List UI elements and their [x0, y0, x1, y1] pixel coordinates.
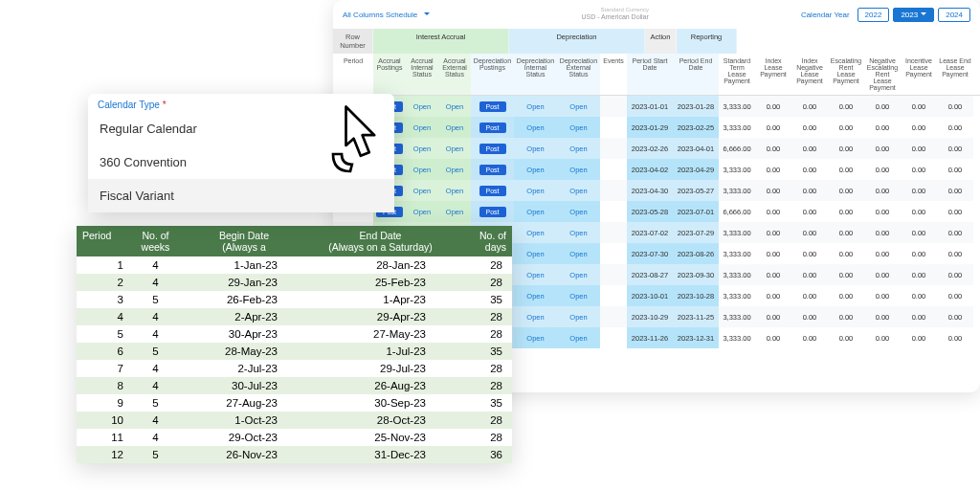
depr-internal-cell[interactable]: Open: [514, 243, 557, 264]
value-cell: 0.00: [791, 285, 828, 306]
depr-post-cell[interactable]: Post: [471, 138, 514, 159]
accrual-internal-cell[interactable]: Open: [406, 180, 438, 201]
depr-external-cell[interactable]: Open: [557, 117, 600, 138]
weeks: 4: [129, 377, 182, 394]
col-depr-external[interactable]: Depreciation External Status: [557, 54, 600, 95]
accrual-external-cell[interactable]: Open: [438, 180, 471, 201]
depr-internal-cell[interactable]: Open: [514, 159, 557, 180]
calendar-option-regular[interactable]: Regular Calendar: [88, 112, 394, 145]
period-row: 5430-Apr-2327-May-2328: [77, 325, 512, 343]
col-lease-end[interactable]: Lease End Lease Payment: [937, 54, 973, 95]
col-depr-internal[interactable]: Depreciation Internal Status: [514, 54, 557, 95]
depr-external-cell[interactable]: Open: [557, 285, 600, 306]
year-2022[interactable]: 2022: [858, 8, 890, 22]
depr-external-cell[interactable]: Open: [557, 201, 600, 222]
value-cell: 0.00: [901, 159, 937, 180]
accrual-external-cell[interactable]: Open: [438, 201, 471, 222]
end-date: 28-Jan-23: [306, 256, 455, 274]
accrual-external-cell[interactable]: Open: [438, 117, 471, 138]
events-cell: [600, 117, 627, 138]
year-2024[interactable]: 2024: [938, 8, 970, 22]
depr-post-cell[interactable]: Post: [471, 96, 514, 117]
depr-external-cell[interactable]: Open: [557, 327, 600, 348]
depr-internal-cell[interactable]: Open: [514, 327, 557, 348]
accrual-internal-cell[interactable]: Open: [406, 138, 438, 159]
depr-internal-cell[interactable]: Open: [514, 138, 557, 159]
period-num: 10: [77, 412, 129, 429]
depr-internal-cell[interactable]: Open: [514, 180, 557, 201]
events-cell: [600, 96, 627, 117]
accrual-external-cell[interactable]: Open: [438, 96, 471, 117]
col-accrual-external[interactable]: Accrual External Status: [438, 54, 471, 95]
weeks: 5: [129, 446, 182, 463]
days: 35: [455, 343, 512, 360]
accrual-internal-cell[interactable]: Open: [406, 96, 438, 117]
value-cell: 0.00: [937, 117, 973, 138]
depr-external-cell[interactable]: Open: [557, 306, 600, 327]
depr-post-cell[interactable]: Post: [471, 117, 514, 138]
value-cell: 3,333.00: [719, 159, 755, 180]
end-date: 26-Aug-23: [306, 377, 455, 394]
calendar-option-fiscal[interactable]: Fiscal Variant: [88, 179, 394, 212]
value-cell: 0.00: [864, 117, 901, 138]
group-action: Action: [645, 29, 677, 54]
depr-external-cell[interactable]: Open: [557, 96, 600, 117]
col-period-start[interactable]: Period Start Date: [627, 54, 673, 95]
calendar-option-360[interactable]: 360 Convention: [88, 145, 394, 179]
schedule-dropdown[interactable]: All Columns Schedule: [343, 11, 430, 19]
col-escalating[interactable]: Escalating Rent Lease Payment: [828, 54, 864, 95]
depr-post-cell[interactable]: Post: [471, 201, 514, 222]
value-cell: 0.00: [937, 159, 973, 180]
end-date: 29-Apr-23: [306, 308, 455, 325]
value-cell: 0.00: [901, 222, 937, 243]
depr-external-cell[interactable]: Open: [557, 159, 600, 180]
col-period-end[interactable]: Period End Date: [673, 54, 719, 95]
depr-external-cell[interactable]: Open: [557, 180, 600, 201]
accrual-internal-cell[interactable]: Open: [406, 117, 438, 138]
col-accrual-postings[interactable]: Accrual Postings: [373, 54, 406, 95]
weeks: 4: [129, 274, 182, 291]
col-accrual-internal[interactable]: Accrual Internal Status: [406, 54, 438, 95]
accrual-internal-cell[interactable]: Open: [406, 201, 438, 222]
depr-external-cell[interactable]: Open: [557, 222, 600, 243]
accrual-internal-cell[interactable]: Open: [406, 159, 438, 180]
period-row: 2429-Jan-2325-Feb-2328: [77, 274, 512, 291]
depr-internal-cell[interactable]: Open: [514, 306, 557, 327]
events-cell: [600, 180, 627, 201]
period-start-cell: 2023-08-27: [627, 264, 673, 285]
period-row: 141-Jan-2328-Jan-2328: [77, 256, 512, 274]
depr-external-cell[interactable]: Open: [557, 243, 600, 264]
col-depr-postings[interactable]: Depreciation Postings: [471, 54, 514, 95]
weeks: 4: [129, 429, 182, 446]
accrual-external-cell[interactable]: Open: [438, 138, 471, 159]
depr-internal-cell[interactable]: Open: [514, 222, 557, 243]
col-std-term[interactable]: Standard Term Lease Payment: [719, 54, 755, 95]
value-cell: 0.00: [901, 96, 937, 117]
period-num: 11: [77, 429, 129, 446]
col-index[interactable]: Index Lease Payment: [755, 54, 791, 95]
col-incentive[interactable]: Incentive Lease Payment: [901, 54, 937, 95]
depr-external-cell[interactable]: Open: [557, 264, 600, 285]
depr-internal-cell[interactable]: Open: [514, 117, 557, 138]
depr-internal-cell[interactable]: Open: [514, 285, 557, 306]
depr-internal-cell[interactable]: Open: [514, 96, 557, 117]
accrual-external-cell[interactable]: Open: [438, 159, 471, 180]
depr-post-cell[interactable]: Post: [471, 159, 514, 180]
value-cell: 0.00: [937, 306, 973, 327]
depr-external-cell[interactable]: Open: [557, 138, 600, 159]
calendar-type-field[interactable]: Calendar Type * Regular Calendar 360 Con…: [88, 94, 394, 212]
value-cell: 0.00: [901, 306, 937, 327]
depr-post-cell[interactable]: Post: [471, 180, 514, 201]
col-events[interactable]: Events: [600, 54, 627, 95]
value-cell: 0.00: [755, 285, 791, 306]
period-row: 8430-Jul-2326-Aug-2328: [77, 377, 512, 394]
depr-internal-cell[interactable]: Open: [514, 264, 557, 285]
col-neg-escalating[interactable]: Negative Escalating Rent Lease Payment: [864, 54, 901, 95]
period-end-cell: 2023-05-27: [673, 180, 719, 201]
year-2023[interactable]: 2023: [893, 8, 934, 22]
weeks: 4: [129, 308, 182, 325]
col-period[interactable]: Period: [333, 54, 373, 95]
events-cell: [600, 264, 627, 285]
col-index-neg[interactable]: Index Negative Lease Payment: [791, 54, 828, 95]
depr-internal-cell[interactable]: Open: [514, 201, 557, 222]
